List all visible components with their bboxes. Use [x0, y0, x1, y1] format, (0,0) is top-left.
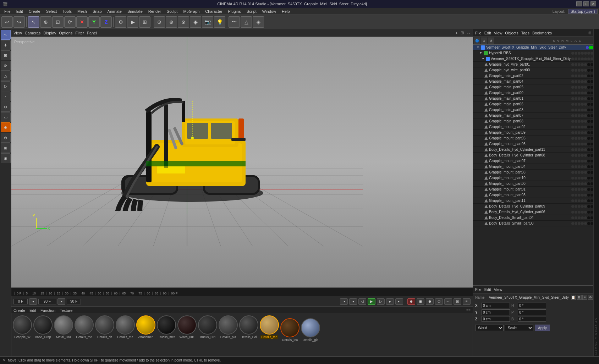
- tree-item-grapple-main-part07[interactable]: Grapple_main_part07: [473, 113, 593, 118]
- attr-y-input[interactable]: [482, 309, 510, 315]
- scene-button[interactable]: ◉: [190, 16, 201, 28]
- menu-snap[interactable]: Snap: [90, 9, 105, 13]
- menu-character[interactable]: Character: [202, 9, 225, 13]
- attr-icon2[interactable]: ⊞: [577, 295, 582, 300]
- goto-start-btn[interactable]: |◂: [340, 298, 348, 305]
- y-axis-button[interactable]: Y: [88, 16, 100, 28]
- menu-help[interactable]: Help: [279, 9, 293, 13]
- vp-display-menu[interactable]: Display: [43, 31, 56, 35]
- polygon-select[interactable]: △: [1, 71, 11, 81]
- material-metal-gra[interactable]: Metal_Gra: [54, 315, 73, 342]
- minimize-button[interactable]: ─: [576, 1, 582, 6]
- menu-render[interactable]: Render: [145, 9, 164, 13]
- tree-item-grapple-main-part01[interactable]: Grapple_main_part01: [473, 96, 593, 101]
- material-details-bol[interactable]: Details_Bol: [239, 315, 258, 342]
- om-tags-menu[interactable]: Tags: [521, 31, 529, 35]
- mat-function-menu[interactable]: Function: [40, 308, 55, 313]
- om-edit-menu[interactable]: Edit: [484, 31, 491, 35]
- end-frame-input[interactable]: [67, 299, 81, 304]
- tree-item-grapple-mount-part11[interactable]: Grapple_mount_part11: [473, 198, 593, 204]
- menu-create[interactable]: Create: [26, 9, 43, 13]
- menu-mograph[interactable]: MoGraph: [180, 9, 202, 13]
- tree-item-grapple-mount-part03[interactable]: Grapple_mount_part03: [473, 192, 593, 198]
- apply-button[interactable]: Apply: [535, 325, 550, 331]
- mat-create-menu[interactable]: Create: [13, 308, 25, 313]
- tree-item-grapple-mount-part04[interactable]: Grapple_mount_part04: [473, 164, 593, 170]
- om-objects-menu[interactable]: Objects: [505, 31, 518, 35]
- material-details-pla[interactable]: Details_pla: [219, 315, 238, 342]
- attr-edit-menu[interactable]: Edit: [484, 287, 491, 292]
- material-attachment[interactable]: Attachmen: [136, 315, 155, 342]
- tree-item-body-details-hyd-cylinder-part09[interactable]: Body_Details_Hyd_Cylinder_part09: [473, 204, 593, 209]
- attr-z-input[interactable]: [482, 316, 510, 322]
- record-btn[interactable]: ⏺: [407, 298, 415, 305]
- attr-b-input[interactable]: [518, 316, 546, 322]
- vp-cameras-menu[interactable]: Cameras: [25, 31, 41, 35]
- rotate-button[interactable]: ⟳: [64, 16, 76, 28]
- menu-plugins[interactable]: Plugins: [225, 9, 244, 13]
- tree-item-body-details-hyd-cylinder-part11[interactable]: Body_Details_Hyd_Cylinder_part11: [473, 147, 593, 153]
- next-key-btn[interactable]: ▷: [377, 298, 385, 305]
- render-button[interactable]: ▶: [127, 16, 138, 28]
- tree-item-grapple-main-part06[interactable]: Grapple_main_part06: [473, 101, 593, 107]
- polygon-button[interactable]: △: [241, 16, 252, 28]
- close-button[interactable]: ✕: [590, 1, 596, 6]
- vp-filter-menu[interactable]: Filter: [75, 31, 84, 35]
- fps-input[interactable]: [38, 299, 56, 304]
- prev-frame-btn[interactable]: ◂: [349, 298, 357, 305]
- tree-item-body-details-smaill-part00[interactable]: Body_Details_Smaill_part00: [473, 221, 593, 226]
- material-trucks-001[interactable]: Trucks_001: [198, 315, 217, 342]
- material-details-me1[interactable]: Details_me: [75, 315, 94, 342]
- play-btn[interactable]: ▶: [368, 298, 375, 305]
- attr-icon4[interactable]: ⊙: [588, 295, 593, 300]
- move-tool[interactable]: ✛: [1, 40, 11, 50]
- cube-button[interactable]: ⊙: [154, 16, 165, 28]
- attr-file-menu[interactable]: File: [475, 287, 482, 292]
- edge-select[interactable]: ▷: [1, 81, 11, 91]
- vp-panel-menu[interactable]: Panel: [87, 31, 97, 35]
- tree-item-grapple-main-part02[interactable]: Grapple_main_part02: [473, 73, 593, 79]
- tree-item-grapple-mount-part01[interactable]: Grapple_mount_part01: [473, 187, 593, 192]
- attr-scale-select[interactable]: Scale Size: [505, 325, 533, 331]
- rotate-tool[interactable]: ⟳: [1, 61, 11, 71]
- menu-window[interactable]: Window: [259, 9, 279, 13]
- tree-item-body-details-smaill-part04[interactable]: Body_Details_Smaill_part04: [473, 215, 593, 221]
- parametric-button[interactable]: ◈: [253, 16, 264, 28]
- tree-item-vermeer-sub[interactable]: ▼ Vermeer_S450TX_Grapple_Mini_Skid_Steer…: [473, 56, 593, 62]
- tree-item-hypernurbs[interactable]: ▼ HyperNURBS: [473, 50, 593, 56]
- goto-end-btn[interactable]: ▸|: [395, 298, 403, 305]
- timeline-btn[interactable]: ≡: [463, 298, 471, 305]
- maximize-button[interactable]: □: [583, 1, 589, 6]
- grid-tool[interactable]: ⊞: [1, 143, 11, 153]
- attr-p-input[interactable]: [518, 309, 546, 315]
- menu-select[interactable]: Select: [43, 9, 60, 13]
- om-tb-icon3[interactable]: ↺: [488, 38, 494, 44]
- motion-btn[interactable]: 〰: [444, 298, 452, 305]
- om-tb-icon1[interactable]: 🔵: [474, 38, 480, 44]
- tree-item-body-details-hyd-cylinder-part08[interactable]: Body_Details_Hyd_Cylinder_part08: [473, 153, 593, 158]
- key-btn[interactable]: ⬡: [435, 298, 443, 305]
- light-button[interactable]: 💡: [214, 16, 225, 28]
- timeline-track[interactable]: 0 F 5 10 15 20 25 30 35 40 45 50 55 60 6…: [11, 288, 473, 296]
- menu-sculpt[interactable]: Sculpt: [164, 9, 181, 13]
- tree-item-root[interactable]: ▼ Vermeer_S450TX_Grapple_Mini_Skid_Steer…: [473, 45, 593, 50]
- tree-item-grapple-main-part00[interactable]: Grapple_main_part00: [473, 90, 593, 96]
- move-tool-button[interactable]: ↖: [28, 16, 39, 28]
- tree-item-grapple-mount-part05[interactable]: Grapple_mount_part05: [473, 136, 593, 141]
- nurbs-button[interactable]: ⊛: [166, 16, 177, 28]
- tree-item-grapple-mount-part00[interactable]: Grapple_mount_part00: [473, 181, 593, 187]
- tree-item-grapple-mount-part07[interactable]: Grapple_mount_part07: [473, 158, 593, 164]
- scene-tree[interactable]: ▼ Vermeer_S450TX_Grapple_Mini_Skid_Steer…: [473, 45, 593, 285]
- attr-view-menu[interactable]: View: [494, 287, 502, 292]
- menu-mesh[interactable]: Mesh: [75, 9, 90, 13]
- material-details-gla[interactable]: Details_gla: [301, 318, 320, 342]
- frame-down-btn[interactable]: ◂: [29, 298, 37, 305]
- material-trucks-met[interactable]: Trucks_met: [157, 315, 176, 342]
- undo-button[interactable]: ↩: [1, 16, 13, 28]
- material-details-tan[interactable]: Details_tan: [260, 315, 279, 342]
- z-axis-button[interactable]: Z: [100, 16, 112, 28]
- attr-icon3[interactable]: ≡: [582, 295, 587, 300]
- tree-item-grapple-hyd-wire-part01[interactable]: Grapple_hyd_wire_part01: [473, 62, 593, 67]
- tree-item-grapple-mount-part10[interactable]: Grapple_mount_part10: [473, 175, 593, 181]
- prev-key-btn[interactable]: ◁: [358, 298, 366, 305]
